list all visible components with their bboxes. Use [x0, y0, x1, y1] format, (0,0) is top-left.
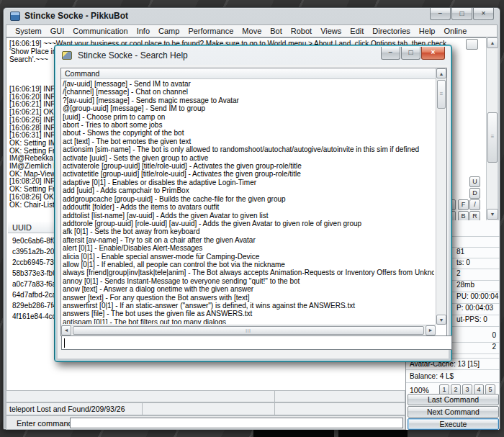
dialog-title: Stincke Socke - Search Help [78, 50, 188, 60]
menu-item[interactable]: Info [132, 25, 154, 37]
menu-item[interactable]: Camp [154, 25, 184, 37]
command-item[interactable]: afk [0|1] - Sets the bot away from keybo… [63, 227, 434, 235]
search-help-dialog: Stincke Socke - Search Help − □ × Comman… [54, 45, 452, 362]
command-item[interactable]: answer [text] - For any question the Bot… [63, 294, 434, 302]
main-caption-buttons: − □ × [430, 8, 494, 20]
scrollbar-thumb[interactable]: ||| [73, 326, 424, 335]
menu-item[interactable]: Bot [266, 25, 287, 37]
command-item[interactable]: antispam [0|1] - The bot filters out too… [63, 318, 434, 324]
menu-item[interactable]: Robot [287, 25, 316, 37]
command-entry-row: Enter command: [6, 415, 405, 430]
command-item[interactable]: /[av-uuid] [message] - Send IM to avatar [63, 80, 434, 88]
menu-item[interactable]: Help [415, 25, 440, 37]
command-item[interactable]: @[group-uuid] [message] - Send IM to gro… [63, 104, 434, 112]
close-button[interactable]: × [473, 8, 494, 20]
status-row [6, 390, 405, 402]
command-item[interactable]: allow [0|1] - If enabled, all people can… [63, 261, 434, 269]
main-window-title: Stincke Socke - PikkuBot [24, 11, 128, 21]
command-item[interactable]: activaterole [group-uuid] [title/role-uu… [63, 162, 434, 170]
command-item[interactable]: addoutfit [folder] - Adds the items to a… [63, 203, 434, 211]
command-item[interactable]: addgroupcache [group-uuid] - Builds the … [63, 195, 434, 203]
scroll-left-icon[interactable]: ◄ [61, 325, 71, 335]
command-item[interactable]: add [uuid] - Adds campchair to PrimBox [63, 186, 434, 194]
command-item[interactable]: activatetitle [group-uuid] [title/role-u… [63, 170, 434, 178]
enter-command-label: Enter command: [17, 419, 75, 428]
command-item[interactable]: /[channel] [message] - Chat on channel [63, 88, 434, 96]
status-cell [274, 390, 405, 402]
command-item[interactable]: alicia [0|1] - Enable special answer-mod… [63, 253, 434, 261]
dialog-client-area: Command /[av-uuid] [message] - Send IM t… [58, 65, 449, 359]
menu-item[interactable]: Views [316, 25, 346, 37]
dialog-minimize-button[interactable]: − [381, 47, 400, 60]
move-down-button[interactable]: D [469, 188, 480, 199]
command-item[interactable]: activate [uuid] - Sets the given group t… [63, 154, 434, 162]
text-caret [64, 338, 65, 348]
command-item[interactable]: answerfirst [0|1] - If an static-answer … [63, 302, 434, 310]
app-icon [10, 12, 20, 21]
command-item[interactable]: ?[av-uuid] [message] - Sends magic messa… [63, 96, 434, 104]
dialog-caption-buttons: − □ × [381, 47, 445, 60]
dialog-search-input[interactable] [61, 335, 452, 350]
maximize-button[interactable]: □ [451, 8, 472, 20]
menu-item[interactable]: GUI [46, 25, 69, 37]
scroll-down-icon[interactable]: ▼ [487, 209, 498, 220]
menu-item[interactable]: Edit [346, 25, 368, 37]
command-item[interactable]: [uuid] - Choose prim to camp on [63, 113, 434, 121]
command-input[interactable] [70, 418, 403, 428]
scroll-up-icon[interactable]: ▲ [436, 68, 446, 78]
teleport-status-cell: teleport Lost and Found/209/93/26 [6, 402, 143, 415]
command-item[interactable]: annoy [0|1] - Sends Instant-Message to e… [63, 277, 434, 285]
command-item[interactable]: anow [text] - Answer a dialog onetime wi… [63, 285, 434, 293]
move-forward-button[interactable]: F [458, 199, 469, 210]
menu-item[interactable]: Directories [368, 25, 415, 37]
command-items: /[av-uuid] [message] - Send IM to avatar… [63, 80, 434, 324]
menu-item[interactable]: Performance [184, 25, 238, 37]
main-titlebar[interactable]: Stincke Socke - PikkuBot [4, 8, 500, 24]
log-scrollbar[interactable]: ▲ ≡ ▼ [486, 37, 498, 220]
menu-item[interactable]: Communication [68, 25, 132, 37]
command-item[interactable]: about - Shows the copyright of the bot [63, 129, 434, 137]
dialog-close-button[interactable]: × [421, 47, 445, 60]
status-row: teleport Lost and Found/209/93/26 [6, 402, 405, 415]
scrollbar-thumb[interactable]: ≡ [487, 112, 498, 163]
command-item[interactable]: addtorole [group-uuid] [role-uuid] [av-u… [63, 220, 434, 227]
menu-bar: SystemGUICommunicationInfoCampPerformanc… [6, 24, 498, 37]
status-cell [6, 390, 275, 402]
menu-item[interactable]: Online [439, 25, 471, 37]
scrollbar-thumb[interactable]: ≡ [437, 80, 446, 109]
dialog-icon [62, 51, 72, 60]
command-item[interactable]: aftersit [av-name] - Try to sit on a cha… [63, 236, 434, 244]
command-item[interactable]: adaptive [0|1] - Enables or disables the… [63, 179, 434, 186]
scroll-down-icon[interactable]: ▼ [436, 315, 446, 325]
last-command-button[interactable]: Last Command [408, 394, 499, 405]
status-cell [142, 402, 275, 415]
command-item[interactable]: answers [file] - The bot uses the given … [63, 310, 434, 317]
status-cell [274, 402, 405, 415]
command-item[interactable]: addtolist [list-name] [av-uuid] - Adds t… [63, 212, 434, 220]
move-slash-button[interactable]: / [469, 199, 480, 210]
command-item[interactable]: alert [0|1] - Enable/Disables Alert-Mess… [63, 244, 434, 252]
dialog-horizontal-scrollbar[interactable]: ◄ ||| ► [61, 325, 436, 335]
dialog-vertical-scrollbar[interactable]: ▲ ≡ ▼ [436, 68, 446, 325]
balance-row: Balance: 4 L$ [406, 371, 500, 383]
command-item[interactable]: act [text] - The bot emotes the given te… [63, 138, 434, 145]
command-item[interactable]: abort - Tries to abort some jobs [63, 121, 434, 129]
command-item[interactable]: always [friend|group|inv|task|tele|anim]… [63, 269, 434, 276]
dialog-maximize-button[interactable]: □ [401, 47, 420, 60]
scroll-up-icon[interactable]: ▲ [487, 37, 498, 48]
minimize-button[interactable]: − [430, 8, 451, 20]
command-listview: Command /[av-uuid] [message] - Send IM t… [60, 68, 447, 336]
marquee-more-button[interactable] [466, 39, 478, 50]
menu-item[interactable]: Move [238, 25, 266, 37]
command-column-header[interactable]: Command [61, 68, 436, 79]
next-command-button[interactable]: Next Command [408, 406, 499, 418]
scroll-right-icon[interactable]: ► [426, 325, 436, 335]
command-item[interactable]: actionsim [sim-name] - The bot is only a… [63, 145, 434, 153]
move-up-button[interactable]: U [469, 176, 480, 187]
menu-item[interactable]: System [11, 25, 46, 37]
execute-button[interactable]: Execute [408, 418, 499, 430]
